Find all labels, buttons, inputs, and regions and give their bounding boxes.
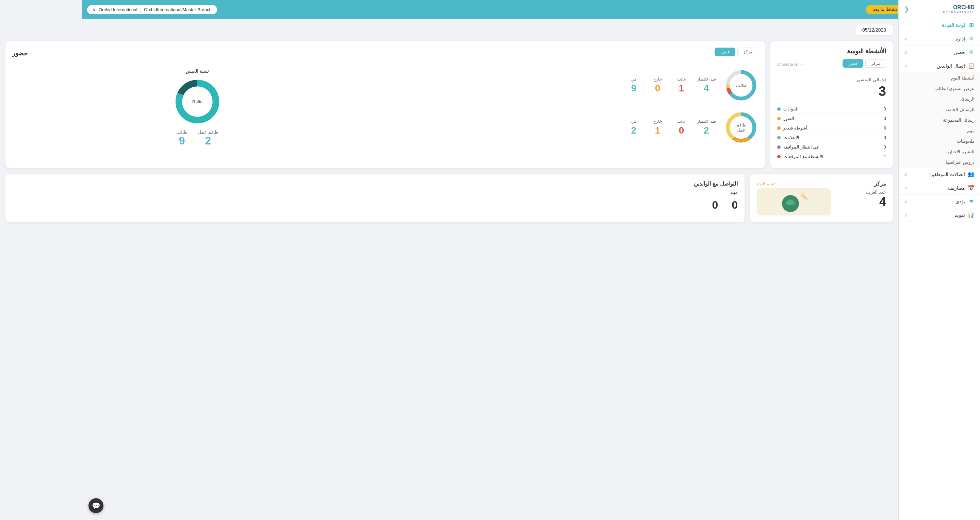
tab-class[interactable]: فصل — [843, 59, 863, 68]
list-item: 0 الإعلانات — [777, 133, 886, 143]
event-badge: حدث قادم — [757, 181, 831, 185]
daily-activities-card: الأنشطة اليومية مركز فصل — Classroom إجم… — [770, 41, 893, 168]
sidebar-item-student-level[interactable]: عرض مستوى الطالب — [899, 83, 980, 94]
ratio-donut-label: Ratio — [192, 99, 202, 104]
list-item: 0 أشرطة فيديو — [777, 124, 886, 133]
total-value: 3 — [777, 84, 886, 99]
center-card: مركز عدد الغرف 4 حدث قادم — [750, 174, 893, 222]
chevron-icon: ∨ — [904, 172, 907, 177]
collapse-button[interactable]: ❮ — [904, 5, 909, 13]
dot-icon — [777, 108, 781, 111]
ratio-stats: طاقم عمل 2 طالب 9 — [177, 130, 218, 147]
parent-comm-card: التواصل مع الوالدين مهم 0 0 — [5, 174, 745, 222]
chart-icon: 📊 — [968, 212, 975, 218]
chevron-icon: ∨ — [904, 50, 907, 55]
student-stats: قيد الانتظار 4 غائب 1 خارج 0 — [625, 77, 716, 94]
parent-stat-1: 0 — [732, 199, 738, 211]
staff-donut-label: طاقم عمل — [733, 122, 749, 133]
dropdown-chevron: ∨ — [92, 7, 96, 12]
list-item: 1 الأنشطة مع المرفقات — [777, 152, 886, 162]
calendar-icon: 📅 — [968, 185, 975, 191]
sidebar-item-admin[interactable]: ⚙ إدارة ∨ — [899, 32, 980, 46]
attendance-title: حضور — [12, 50, 27, 57]
student-donut: طالب — [724, 68, 758, 102]
sidebar-item-yodi[interactable]: ❤ يؤدي ∨ — [899, 195, 980, 208]
chevron-icon: ∨ — [904, 213, 907, 217]
sidebar: ORCHID INTERNATIONAL ❮ ⊞ لوحة القيادة ⚙ … — [898, 0, 980, 520]
sidebar-item-dashboard[interactable]: ⊞ لوحة القيادة — [899, 18, 980, 32]
classroom-label: — Classroom — [777, 62, 804, 67]
dot-icon — [777, 127, 781, 130]
parent-stats: 0 0 — [12, 199, 738, 211]
parent-stat-2: 0 — [712, 199, 718, 211]
sidebar-item-virtual-lessons[interactable]: دروس افتراضية — [899, 157, 980, 168]
ratio-title: نسبة العيش — [186, 68, 209, 74]
att-tab-class[interactable]: فصل — [714, 48, 735, 56]
sidebar-item-notes[interactable]: ملحوظات — [899, 136, 980, 146]
attendance-card: مركز فصل حضور — [5, 41, 765, 168]
staff-row: طاقم عمل قيد الانتظار 2 غائب 0 — [388, 111, 758, 144]
chevron-icon: ∨ — [904, 63, 907, 68]
grid-icon: ⊞ — [968, 49, 975, 55]
att-tab-center[interactable]: مركز — [737, 48, 758, 56]
sidebar-item-private-messages[interactable]: الرسائل الخاصة — [899, 104, 980, 115]
sidebar-logo: ORCHID INTERNATIONAL ❮ — [899, 0, 980, 18]
list-item: 0 الحوادث — [777, 104, 886, 114]
gear-icon: ⚙ — [968, 35, 975, 42]
heart-icon: ❤ — [968, 198, 975, 205]
logo-text: ORCHID INTERNATIONAL — [942, 4, 975, 14]
sidebar-item-employee-contacts[interactable]: 👥 اتصالات الموظفين ∨ — [899, 168, 980, 181]
cards-row-1: الأنشطة اليومية مركز فصل — Classroom إجم… — [5, 41, 893, 168]
sidebar-item-attendance[interactable]: ⊞ حضور ∨ — [899, 46, 980, 59]
sidebar-item-expenses[interactable]: 📅 مصاريف ∨ — [899, 181, 980, 195]
list-item: 0 الصور — [777, 114, 886, 124]
sidebar-item-messages[interactable]: الرسائل — [899, 94, 980, 104]
staff-donut: طاقم عمل — [724, 111, 758, 144]
activity-tabs: مركز فصل — [843, 59, 886, 68]
attendance-tabs: مركز فصل — [714, 48, 758, 56]
sidebar-item-newsletter[interactable]: النشرة الإخبارية — [899, 146, 980, 157]
ratio-stat-staff: طاقم عمل 2 — [198, 130, 218, 147]
staff-stats: قيد الانتظار 2 غائب 0 خارج 1 — [625, 119, 716, 136]
top-nav: 🔔 1 ✉ 🎨 نشاط ما بعد OrchidInternational/… — [82, 0, 980, 19]
sidebar-item-daily-activity[interactable]: أنشطة اليوم — [899, 73, 980, 83]
activity-list: 0 الحوادث 0 الصور 0 — [777, 104, 886, 162]
dot-icon — [777, 146, 781, 149]
chat-button[interactable]: 💬 — [89, 498, 103, 513]
ratio-section: نسبة العيش Ratio طاقم عمل — [12, 68, 382, 147]
date-value: 05/12/2023 — [862, 27, 886, 33]
room-count-value: 4 — [837, 195, 886, 209]
branch-selector[interactable]: OrchidInternational/Master-Branch , Orch… — [87, 5, 217, 14]
tab-center[interactable]: مركز — [865, 59, 886, 68]
center-title: مركز — [837, 181, 886, 187]
date-bar: 05/12/2023 — [856, 24, 893, 35]
sidebar-item-evaluation[interactable]: 📊 تقويم ∨ — [899, 208, 980, 222]
dashboard-icon: ⊞ — [968, 22, 975, 28]
student-row: طالب قيد الانتظار 4 غائب 1 — [388, 68, 758, 102]
illustration-area — [757, 188, 831, 216]
bottom-row: مركز عدد الغرف 4 حدث قادم — [5, 174, 893, 222]
parent-comm-title: التواصل مع الوالدين — [12, 181, 738, 187]
people-icon: 👥 — [968, 171, 975, 178]
room-count-label: عدد الغرف — [837, 190, 886, 195]
clipboard-icon: 📋 — [968, 63, 975, 69]
total-label: إجمالي المنشور — [777, 77, 886, 82]
sidebar-item-group-messages[interactable]: رسائل المجموعة — [899, 115, 980, 125]
student-donut-label: طالب — [736, 83, 746, 88]
ratio-donut: Ratio — [173, 78, 221, 125]
ratio-stat-student: طالب 9 — [177, 130, 187, 147]
dot-icon — [777, 155, 781, 159]
main-content: 05/12/2023 الأنشطة اليومية مركز فصل — Cl… — [0, 19, 898, 520]
daily-activities-title: الأنشطة اليومية — [777, 48, 886, 55]
sidebar-item-parent-contact[interactable]: 📋 اتصال الوالدين ∨ — [899, 59, 980, 73]
chevron-icon: ∨ — [904, 199, 907, 204]
chevron-icon: ∨ — [904, 185, 907, 190]
chevron-icon: ∨ — [904, 36, 907, 41]
sidebar-item-important[interactable]: مهم — [899, 125, 980, 136]
dot-icon — [777, 136, 781, 140]
dot-icon — [777, 117, 781, 120]
parent-comm-sublabel: مهم — [12, 190, 738, 195]
list-item: 0 في انتظار الموافقة — [777, 143, 886, 152]
